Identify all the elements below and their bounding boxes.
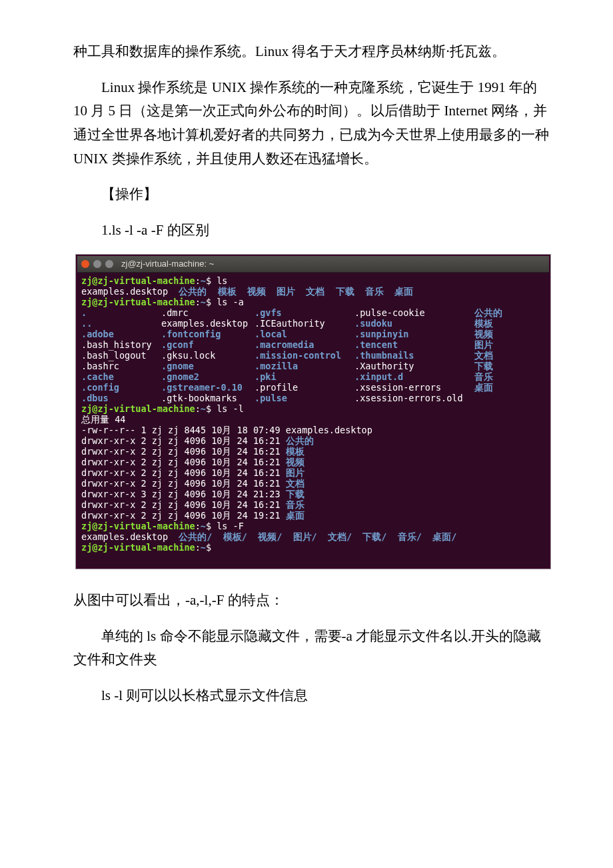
file: .bash_logout <box>81 350 161 361</box>
file: .gtk-bookmarks <box>161 393 255 403</box>
dir: 音乐 <box>365 286 384 297</box>
lsl-row: drwxr-xr-x 2 zj zj 4096 10月 24 16:21 公共的 <box>81 435 314 446</box>
file: examples.desktop <box>81 531 168 542</box>
dir: .sudoku <box>354 318 474 329</box>
paragraph: ls -l 则可以以长格式显示文件信息 <box>73 684 553 708</box>
dir: .fontconfig <box>161 329 255 339</box>
lsl-row: drwxr-xr-x 2 zj zj 4096 10月 24 19:21 桌面 <box>81 510 305 521</box>
dir: .pulse <box>255 393 354 403</box>
dir: 桌面 <box>394 286 413 297</box>
prompt-user: zj@zj-virtual-machine <box>81 275 195 286</box>
dir: .. <box>81 318 161 329</box>
terminal-body: zj@zj-virtual-machine:~$ ls examples.des… <box>77 273 549 567</box>
file: .bash_history <box>81 339 161 350</box>
dir: .adobe <box>81 329 161 339</box>
dir: 模板 <box>218 286 237 297</box>
dir: 下载 <box>474 361 493 371</box>
lsl-row: drwxr-xr-x 2 zj zj 4096 10月 24 16:21 模板 <box>81 446 305 457</box>
dir: 文档/ <box>328 531 352 542</box>
maximize-icon <box>105 260 113 268</box>
file: .pulse-cookie <box>354 307 474 318</box>
dir: 文档 <box>474 350 493 361</box>
dir: .gconf <box>161 339 255 350</box>
dir: .mission-control <box>255 350 354 361</box>
file: .bashrc <box>81 361 161 371</box>
dir: .sunpinyin <box>354 329 474 339</box>
dir: 音乐/ <box>398 531 422 542</box>
file: .xsession-errors <box>354 382 474 393</box>
file: examples.desktop <box>161 318 255 329</box>
dir: 图片 <box>474 339 493 350</box>
document-page: 种工具和数据库的操作系统。Linux 得名于天才程序员林纳斯·托瓦兹。 Linu… <box>0 0 613 760</box>
command: ls -l <box>217 403 244 414</box>
command: ls -F <box>217 521 244 531</box>
paragraph: Linux 操作系统是 UNIX 操作系统的一种克隆系统，它诞生于 1991 年… <box>73 76 553 171</box>
paragraph: 种工具和数据库的操作系统。Linux 得名于天才程序员林纳斯·托瓦兹。 <box>73 40 553 64</box>
dir: .gstreamer-0.10 <box>161 382 255 393</box>
dir: .config <box>81 382 161 393</box>
dir: 图片/ <box>293 531 317 542</box>
dir: 图片 <box>277 286 295 297</box>
dir: 音乐 <box>474 371 493 382</box>
dir: .local <box>255 329 354 339</box>
file: .dmrc <box>161 307 255 318</box>
section-heading: 【操作】 <box>73 183 553 207</box>
minimize-icon <box>93 260 101 268</box>
dir: 视频 <box>474 329 493 339</box>
list-item: 1.ls -l -a -F 的区别 <box>73 219 553 243</box>
close-icon <box>81 260 89 268</box>
total-line: 总用量 44 <box>81 414 125 425</box>
lsl-row: drwxr-xr-x 3 zj zj 4096 10月 24 21:23 下载 <box>81 489 305 499</box>
file: .profile <box>255 382 354 393</box>
terminal-title: zj@zj-virtual-machine: ~ <box>121 259 214 269</box>
dir: .pki <box>255 371 354 382</box>
terminal-window: zj@zj-virtual-machine: ~ zj@zj-virtual-m… <box>76 255 550 569</box>
file: examples.desktop <box>81 286 168 297</box>
dir: .dbus <box>81 393 161 403</box>
file: .xsession-errors.old <box>354 393 474 403</box>
lsl-row: drwxr-xr-x 2 zj zj 4096 10月 24 16:21 图片 <box>81 467 305 478</box>
lsl-row: drwxr-xr-x 2 zj zj 4096 10月 24 16:21 视频 <box>81 457 305 467</box>
lsl-row: drwxr-xr-x 2 zj zj 4096 10月 24 16:21 文档 <box>81 478 305 489</box>
dir: 文档 <box>306 286 324 297</box>
dir: 模板/ <box>223 531 247 542</box>
dir: 视频/ <box>258 531 282 542</box>
dir: 公共的 <box>474 307 502 318</box>
dir: .gnome <box>161 361 255 371</box>
paragraph: 单纯的 ls 命令不能显示隐藏文件，需要-a 才能显示文件名以.开头的隐藏文件和… <box>73 625 553 672</box>
dir: .gvfs <box>255 307 354 318</box>
dir: .gnome2 <box>161 371 255 382</box>
terminal-screenshot: zj@zj-virtual-machine: ~ zj@zj-virtual-m… <box>73 255 553 569</box>
dir: . <box>81 307 161 318</box>
dir: 桌面 <box>474 382 493 393</box>
dir: .tencent <box>354 339 474 350</box>
dir: .macromedia <box>255 339 354 350</box>
file: .gksu.lock <box>161 350 255 361</box>
dir: 公共的 <box>179 286 207 297</box>
dir: 桌面/ <box>432 531 456 542</box>
dir: 下载 <box>336 286 354 297</box>
terminal-titlebar: zj@zj-virtual-machine: ~ <box>77 256 549 273</box>
dir: 模板 <box>474 318 493 329</box>
command: ls <box>217 275 227 286</box>
lsl-row: drwxr-xr-x 2 zj zj 4096 10月 24 16:21 音乐 <box>81 499 305 510</box>
dir: .cache <box>81 371 161 382</box>
prompt-path: ~ <box>201 275 206 286</box>
dir: 视频 <box>247 286 266 297</box>
command: ls -a <box>217 297 244 307</box>
dir: .xinput.d <box>354 371 474 382</box>
dir: 下载/ <box>362 531 386 542</box>
paragraph: 从图中可以看出，-a,-l,-F 的特点： <box>73 589 553 613</box>
lsl-row: -rw-r--r-- 1 zj zj 8445 10月 18 07:49 exa… <box>81 425 372 435</box>
file: .Xauthority <box>354 361 474 371</box>
dir: .mozilla <box>255 361 354 371</box>
file: .ICEauthority <box>255 318 354 329</box>
dir: 公共的/ <box>179 531 212 542</box>
dir: .thumbnails <box>354 350 474 361</box>
